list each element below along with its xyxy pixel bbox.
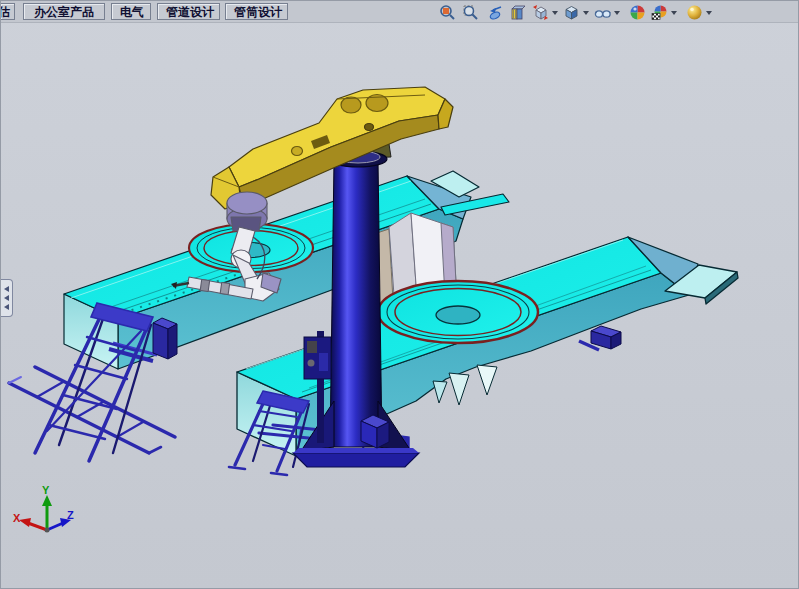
display-style-dropdown[interactable] [583, 11, 589, 15]
rotation-ring-right[interactable] [378, 281, 538, 343]
triad-y-label: Y [42, 484, 50, 496]
previous-view-icon[interactable] [486, 4, 503, 21]
tab-piping-design[interactable]: 管道设计 [157, 3, 220, 20]
view-orientation-dropdown[interactable] [552, 11, 558, 15]
hide-show-items-icon[interactable] [594, 4, 611, 21]
collapse-arrow-icon [4, 295, 9, 301]
collapse-arrow-icon [4, 286, 9, 292]
solidworks-window: X Y Z 估 办公室产品 电气 管道设计 管筒设计 [0, 0, 799, 589]
tab-tubing-design[interactable]: 管筒设计 [225, 3, 288, 20]
view-settings-icon[interactable] [686, 4, 703, 21]
display-style-icon[interactable] [563, 4, 580, 21]
checker-flag [652, 13, 660, 19]
feature-panel-collapsed-tab[interactable] [1, 279, 13, 317]
viewport-3d[interactable]: X Y Z [1, 1, 799, 589]
tab-electrical[interactable]: 电气 [111, 3, 151, 20]
view-settings-dropdown[interactable] [706, 11, 712, 15]
tab-office-products[interactable]: 办公室产品 [23, 3, 105, 20]
triad-x-label: X [13, 512, 21, 524]
apply-scene-icon[interactable] [651, 4, 668, 21]
edit-appearance-icon[interactable] [629, 4, 646, 21]
collapse-arrow-icon [4, 304, 9, 310]
hide-show-items-dropdown[interactable] [614, 11, 620, 15]
tab-evaluate-partial[interactable]: 估 [1, 3, 15, 20]
p2-foot-box [361, 415, 389, 448]
command-manager-bar: 估 办公室产品 电气 管道设计 管筒设计 [1, 1, 798, 23]
zoom-to-fit-icon[interactable] [439, 4, 456, 21]
heads-up-view-toolbar [439, 3, 714, 21]
triad-z-label: Z [67, 509, 74, 521]
section-view-icon[interactable] [509, 4, 526, 21]
zoom-to-area-icon[interactable] [462, 4, 479, 21]
apply-scene-dropdown[interactable] [671, 11, 677, 15]
view-orientation-icon[interactable] [532, 4, 549, 21]
column-base [293, 453, 419, 467]
column-body [330, 161, 382, 447]
